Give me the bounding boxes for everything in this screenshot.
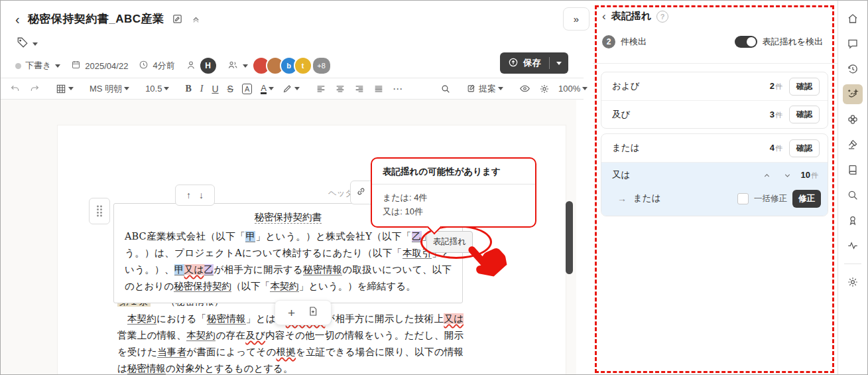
insert-toolbar: + bbox=[275, 300, 332, 325]
right-icon-rail bbox=[837, 1, 867, 374]
calendar-icon bbox=[71, 60, 81, 72]
zoom-select[interactable]: 100% bbox=[554, 80, 591, 98]
collapse-panel-button[interactable]: » bbox=[563, 7, 589, 31]
font-family-select[interactable]: MS 明朝 bbox=[86, 80, 133, 98]
search-rail-icon[interactable] bbox=[843, 185, 863, 205]
notation-panel: ‹ 表記揺れ ? 2 件検出 表記揺れを検出 および 2件 確認 bbox=[593, 1, 837, 374]
rename-icon[interactable] bbox=[172, 13, 183, 25]
certification-icon[interactable] bbox=[843, 210, 863, 230]
status-dot bbox=[15, 63, 21, 69]
insert-template-button[interactable] bbox=[308, 306, 318, 319]
variant-group-1: および 2件 確認 及び 3件 確認 bbox=[601, 72, 828, 129]
variant-term: 及び bbox=[612, 109, 630, 121]
fix-button[interactable]: 修正 bbox=[792, 190, 821, 208]
font-size-select[interactable]: 10.5 bbox=[141, 80, 173, 98]
legal-check-icon[interactable] bbox=[843, 135, 863, 155]
chevron-down-button[interactable] bbox=[780, 170, 794, 181]
owner-avatar[interactable]: H bbox=[200, 58, 216, 74]
gear-icon[interactable] bbox=[843, 272, 863, 292]
people-icon bbox=[227, 60, 239, 72]
text-segment: 当事者 bbox=[157, 346, 186, 358]
suggestion-row[interactable]: → または 一括修正 修正 bbox=[601, 187, 828, 210]
font-color-button[interactable]: A bbox=[257, 80, 278, 98]
align-left-button[interactable] bbox=[312, 80, 330, 98]
chevron-up-button[interactable] bbox=[760, 170, 774, 181]
history-icon[interactable] bbox=[843, 59, 863, 79]
suggestion-arrow: → bbox=[617, 193, 627, 204]
back-button[interactable]: ‹ bbox=[15, 13, 20, 26]
text-segment: 乙 bbox=[204, 264, 214, 275]
activity-icon[interactable] bbox=[843, 236, 863, 256]
date-display: 2025/04/22 bbox=[71, 60, 128, 72]
home-icon[interactable] bbox=[843, 9, 863, 29]
avatar[interactable]: t bbox=[294, 56, 312, 75]
bulk-fix-checkbox[interactable] bbox=[737, 193, 749, 204]
variant-row[interactable]: または 4件 確認 bbox=[601, 134, 828, 162]
suggest-mode-button[interactable]: 提案 bbox=[463, 80, 507, 98]
redo-button[interactable] bbox=[25, 80, 44, 98]
variant-row[interactable]: および 2件 確認 bbox=[601, 72, 828, 100]
tag-button[interactable] bbox=[17, 37, 38, 51]
underline-button[interactable]: U bbox=[208, 80, 222, 98]
save-menu-button[interactable] bbox=[550, 62, 568, 65]
comment-icon[interactable] bbox=[843, 34, 863, 54]
ai-review-icon[interactable] bbox=[843, 84, 863, 104]
confirm-button[interactable]: 確認 bbox=[789, 106, 820, 123]
text-segment: 秘密情報 bbox=[127, 363, 166, 374]
editor-scrollbar[interactable] bbox=[566, 201, 573, 274]
library-icon[interactable] bbox=[843, 160, 863, 180]
preview-button[interactable] bbox=[515, 80, 534, 98]
justify-button[interactable] bbox=[369, 80, 388, 98]
text-segment: が書面によってその bbox=[186, 346, 276, 357]
confirm-button[interactable]: 確認 bbox=[789, 78, 820, 96]
main-editor-area: ‹ 秘密保持契約書_ABC産業 下書き bbox=[1, 1, 593, 374]
italic-button[interactable]: I bbox=[196, 80, 208, 98]
suggestion-term: または bbox=[633, 192, 660, 204]
char-frame-button[interactable]: A bbox=[238, 80, 256, 98]
caret-down-icon bbox=[243, 64, 248, 68]
variant-term: 又は bbox=[612, 169, 630, 181]
text-segment: 又は bbox=[444, 313, 464, 324]
move-up-button[interactable]: ↑ bbox=[186, 190, 191, 200]
save-button[interactable]: 保存 bbox=[500, 52, 568, 74]
text-segment: 及び bbox=[245, 330, 265, 340]
variant-term: または bbox=[612, 142, 639, 154]
move-down-button[interactable]: ↓ bbox=[199, 190, 204, 200]
help-icon[interactable]: ? bbox=[656, 11, 668, 23]
detect-toggle[interactable] bbox=[735, 36, 757, 48]
text-segment: 」という。）と株式会社Y（以下「 bbox=[255, 231, 412, 242]
align-right-button[interactable] bbox=[350, 80, 369, 98]
confirm-button[interactable]: 確認 bbox=[789, 139, 820, 157]
search-button[interactable] bbox=[436, 80, 455, 98]
undo-button[interactable] bbox=[6, 80, 25, 98]
text-segment: 甲 bbox=[245, 231, 255, 242]
integrations-icon[interactable] bbox=[843, 110, 863, 129]
panel-back-button[interactable]: ‹ bbox=[602, 11, 606, 22]
collapse-header-icon[interactable] bbox=[191, 14, 201, 24]
collaborators-control[interactable]: bt +8 bbox=[227, 56, 332, 75]
status-select[interactable]: 下書き bbox=[15, 60, 60, 72]
paragraph-preamble[interactable]: ABC産業株式会社（以下「甲」という。）と株式会社Y（以下「乙」という。）は、プ… bbox=[125, 228, 452, 295]
align-center-button[interactable] bbox=[331, 80, 349, 98]
date-value: 2025/04/22 bbox=[85, 61, 128, 71]
owner-display[interactable]: H bbox=[186, 58, 216, 74]
avatar-overflow-badge[interactable]: +8 bbox=[312, 56, 332, 75]
strikethrough-button[interactable]: S bbox=[223, 80, 237, 98]
editor-canvas: ↑ ↓ ヘッダー 秘密保持契約書 ABC産業株式会社（以下「甲」という。）と株式… bbox=[1, 100, 576, 374]
more-tools-button[interactable]: ⋯ bbox=[389, 80, 408, 98]
bold-button[interactable]: B bbox=[181, 80, 195, 98]
text-segment: 秘密保持契約 bbox=[174, 281, 231, 292]
table-menu-button[interactable] bbox=[52, 80, 78, 98]
text-segment: が相手方に開示した技術上 bbox=[325, 313, 444, 324]
save-upload-icon bbox=[508, 57, 519, 70]
highlight-pen-button[interactable] bbox=[279, 80, 304, 98]
text-segment: 甲 bbox=[174, 264, 184, 275]
tooltip-line: または: 4件 bbox=[383, 190, 525, 204]
settings-icon[interactable] bbox=[535, 80, 554, 98]
link-icon[interactable] bbox=[356, 187, 366, 199]
drag-handle[interactable] bbox=[89, 198, 110, 224]
tooltip-line: 又は: 10件 bbox=[383, 204, 525, 218]
variant-row[interactable]: 及び 3件 確認 bbox=[601, 100, 828, 128]
insert-plus-button[interactable]: + bbox=[288, 307, 295, 319]
caret-down-icon bbox=[55, 64, 60, 68]
